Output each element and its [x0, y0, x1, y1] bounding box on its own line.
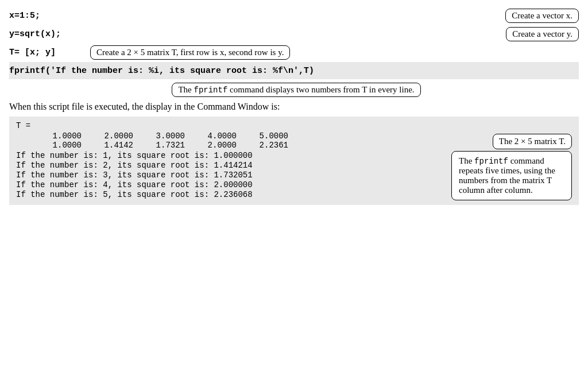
if-lines: If the number is: 1, its square root is:…: [16, 151, 446, 200]
cell-r2c1: 1.0000: [34, 141, 86, 150]
cell-r2c2: 1.4142: [86, 141, 138, 150]
when-text: When this script file is executed, the d…: [9, 102, 579, 112]
line1-row: x=1:5; Create a vector x.: [9, 7, 579, 24]
matrix-row-2: 1.0000 1.4142 1.7321 2.0000 2.2361: [34, 141, 488, 150]
cell-r2c3: 1.7321: [138, 141, 189, 150]
cell-r1c1: 1.0000: [34, 131, 86, 141]
fprintf-repeat-annotation: The fprintf command repeats five times, …: [451, 151, 572, 200]
list-item: If the number is: 2, its square root is:…: [16, 161, 446, 170]
matrix-row-1: 1.0000 2.0000 3.0000 4.0000 5.0000: [34, 131, 488, 141]
line2-code: y=sqrt(x);: [9, 29, 61, 39]
matrix-annotation: The 2 × 5 matrix T.: [493, 134, 572, 149]
if-lines-section: If the number is: 1, its square root is:…: [16, 151, 572, 200]
matrix-section: 1.0000 2.0000 3.0000 4.0000 5.0000 1.000…: [16, 131, 572, 150]
cell-r1c5: 5.0000: [241, 131, 293, 141]
list-item: If the number is: 4, its square root is:…: [16, 180, 446, 189]
cell-r2c5: 2.2361: [241, 141, 293, 150]
cell-r1c3: 3.0000: [138, 131, 189, 141]
cell-r2c4: 2.0000: [189, 141, 241, 150]
line3-annotation: Create a 2 × 5 matrix T, first row is x,…: [90, 45, 290, 60]
line2-row: y=sqrt(x); Create a vector y.: [9, 25, 579, 42]
cell-r1c4: 4.0000: [189, 131, 241, 141]
matrix-rows: 1.0000 2.0000 3.0000 4.0000 5.0000 1.000…: [34, 131, 488, 150]
list-item: If the number is: 3, its square root is:…: [16, 170, 446, 180]
list-item: If the number is: 5, its square root is:…: [16, 190, 446, 199]
line4-annotation: The fprintf command displays two numbers…: [172, 83, 420, 97]
line1-code: x=1:5;: [9, 11, 40, 21]
line4-row: fprintf('If the number is: %i, its squar…: [9, 62, 579, 79]
line3-row: T= [x; y] Create a 2 × 5 matrix T, first…: [9, 44, 579, 61]
line2-annotation: Create a vector y.: [506, 27, 579, 41]
line3-code: T= [x; y]: [9, 48, 56, 57]
cell-r1c2: 2.0000: [86, 131, 138, 141]
line1-annotation: Create a vector x.: [505, 9, 579, 23]
line4-annotation-row: The fprintf command displays two numbers…: [9, 82, 579, 98]
matrix-output: 1.0000 2.0000 3.0000 4.0000 5.0000 1.000…: [16, 131, 488, 150]
t-equals-label: T =: [16, 121, 572, 130]
output-block: T = 1.0000 2.0000 3.0000 4.0000 5.0000 1…: [9, 117, 579, 205]
list-item: If the number is: 1, its square root is:…: [16, 151, 446, 160]
line4-code: fprintf('If the number is: %i, its squar…: [9, 66, 314, 76]
